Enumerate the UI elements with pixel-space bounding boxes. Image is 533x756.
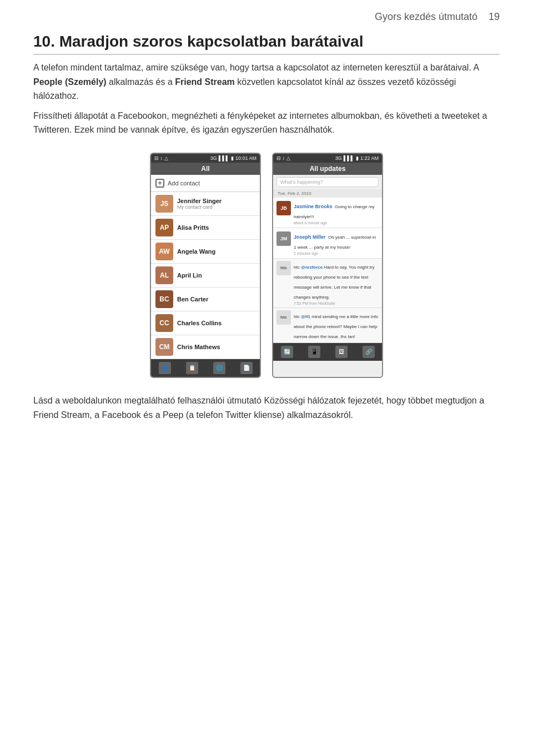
battery-right: ▮ xyxy=(356,155,359,161)
signal-bars: ▌▌▌ xyxy=(219,155,229,161)
header-title: Gyors kezdés útmutató xyxy=(375,11,477,23)
bottom-icon-1[interactable]: 👤 xyxy=(159,362,171,374)
bottom-bar-left: 👤 📋 🌐 📄 xyxy=(151,359,260,377)
phone-contacts: ⊟ ↕ △ 3G ▌▌▌ ▮ 10:01 AM All + Add contac… xyxy=(150,153,261,378)
update-avatar: JB xyxy=(276,201,291,215)
contact-avatar: JS xyxy=(155,195,173,213)
contact-row[interactable]: AP Alisa Pritts xyxy=(151,216,260,240)
add-contact-plus-icon: + xyxy=(155,179,164,188)
section-title: 10. Maradjon szoros kapcsolatban barátai… xyxy=(33,33,500,55)
contacts-list: + Add contact JS Jennifer Singer My cont… xyxy=(151,175,260,359)
bottom-icon-r4[interactable]: 🔗 xyxy=(363,346,375,358)
footer-text: Lásd a weboldalunkon megtalálható felhas… xyxy=(33,394,500,422)
update-row[interactable]: JB Jasmine Brooks Going to change my hai… xyxy=(273,198,382,228)
updates-container: JB Jasmine Brooks Going to change my hai… xyxy=(273,198,382,259)
bottom-icon-r3[interactable]: 🖼 xyxy=(335,346,348,358)
contact-name: Alisa Pritts xyxy=(177,224,255,231)
page-header: Gyors kezdés útmutató 19 xyxy=(33,11,500,23)
contact-row[interactable]: BC Ben Carter xyxy=(151,288,260,311)
battery-icon: ▮ xyxy=(231,155,234,161)
update-avatar: JM xyxy=(276,231,291,246)
contact-row[interactable]: AL April Lin xyxy=(151,264,260,288)
network-right: 3G xyxy=(335,155,342,161)
contact-avatar: CM xyxy=(155,338,173,356)
contact-name: Chris Mathews xyxy=(177,344,255,350)
update-time: 2 minutes ago xyxy=(294,251,379,255)
status-icons-right: ⊟ ↕ △ xyxy=(276,155,290,161)
screenshots-row: ⊟ ↕ △ 3G ▌▌▌ ▮ 10:01 AM All + Add contac… xyxy=(33,153,500,378)
bottom-icon-r2[interactable]: 📱 xyxy=(308,346,320,358)
contact-avatar: AL xyxy=(155,266,173,284)
bottom-icon-4[interactable]: 📄 xyxy=(240,362,253,374)
contact-name: April Lin xyxy=(177,272,255,279)
update-name: Joseph Miller xyxy=(294,234,326,240)
add-contact-label: Add contact xyxy=(168,180,200,187)
contact-name: Jennifer Singer xyxy=(177,198,255,204)
time-right: 1:22 AM xyxy=(360,155,379,161)
nav-bar-contacts: All xyxy=(151,163,260,175)
contact-name: Charles Collins xyxy=(177,320,255,326)
contact-avatar: AP xyxy=(155,219,173,236)
contact-name: Ben Carter xyxy=(177,296,255,303)
time-display: 10:01 AM xyxy=(235,155,257,161)
nav-bar-updates: All updates xyxy=(273,163,382,175)
bottom-bar-right: 🔄 📱 🖼 🔗 xyxy=(273,343,382,361)
htc-update-row[interactable]: htc htc @if1 mind sending me a little mo… xyxy=(273,308,382,343)
update-row[interactable]: JM Joseph Miller Oh yeah ... superbowl i… xyxy=(273,228,382,259)
status-bar-left: ⊟ ↕ △ 3G ▌▌▌ ▮ 10:01 AM xyxy=(151,154,260,163)
update-time: about a minute ago xyxy=(294,221,379,225)
contact-name: Angela Wang xyxy=(177,248,255,255)
contact-row[interactable]: JS Jennifer Singer My contact card xyxy=(151,192,260,216)
search-bar[interactable]: What's happening? xyxy=(276,177,379,187)
bottom-icon-3[interactable]: 🌐 xyxy=(213,362,225,374)
updates-list: What's happening? Tue, Feb 2, 2010 JB Ja… xyxy=(273,177,382,343)
htc-update-text: htc @nrzforce Hard to say. You might try… xyxy=(294,265,375,300)
htc-update-text: htc @if1 mind sending me a little more i… xyxy=(294,314,378,339)
htc-logo: htc xyxy=(276,261,291,275)
contacts-container: JS Jennifer Singer My contact card AP Al… xyxy=(151,192,260,359)
body-paragraph-2: Frissítheti állapotát a Facebookon, megn… xyxy=(33,109,500,137)
bottom-icon-r1[interactable]: 🔄 xyxy=(281,346,293,358)
update-name: Jasmine Brooks xyxy=(294,204,333,209)
date-separator: Tue, Feb 2, 2010 xyxy=(273,189,382,198)
contact-avatar: CC xyxy=(155,314,173,332)
htc-container: htc htc @nrzforce Hard to say. You might… xyxy=(273,259,382,343)
status-icons-left: ⊟ ↕ △ xyxy=(154,155,168,161)
contact-avatar: AW xyxy=(155,243,173,260)
contact-sub: My contact card xyxy=(177,204,255,210)
htc-update-time: 7:52 PM from HootSuite xyxy=(294,301,379,305)
signal-right: ▌▌▌ xyxy=(344,155,354,161)
network-indicator: 3G xyxy=(210,155,217,161)
phone-updates: ⊟ ↕ △ 3G ▌▌▌ ▮ 1:22 AM All updates What'… xyxy=(272,153,383,378)
body-paragraph-1: A telefon mindent tartalmaz, amire szüks… xyxy=(33,61,500,103)
htc-logo: htc xyxy=(276,310,291,325)
add-contact-row[interactable]: + Add contact xyxy=(151,175,260,192)
page-number: 19 xyxy=(489,11,500,23)
contact-row[interactable]: CC Charles Collins xyxy=(151,311,260,335)
status-bar-right: ⊟ ↕ △ 3G ▌▌▌ ▮ 1:22 AM xyxy=(273,154,382,163)
htc-update-row[interactable]: htc htc @nrzforce Hard to say. You might… xyxy=(273,259,382,308)
contact-row[interactable]: AW Angela Wang xyxy=(151,240,260,264)
bottom-icon-2[interactable]: 📋 xyxy=(186,362,198,374)
contact-row[interactable]: CM Chris Mathews xyxy=(151,335,260,359)
contact-avatar: BC xyxy=(155,290,173,308)
